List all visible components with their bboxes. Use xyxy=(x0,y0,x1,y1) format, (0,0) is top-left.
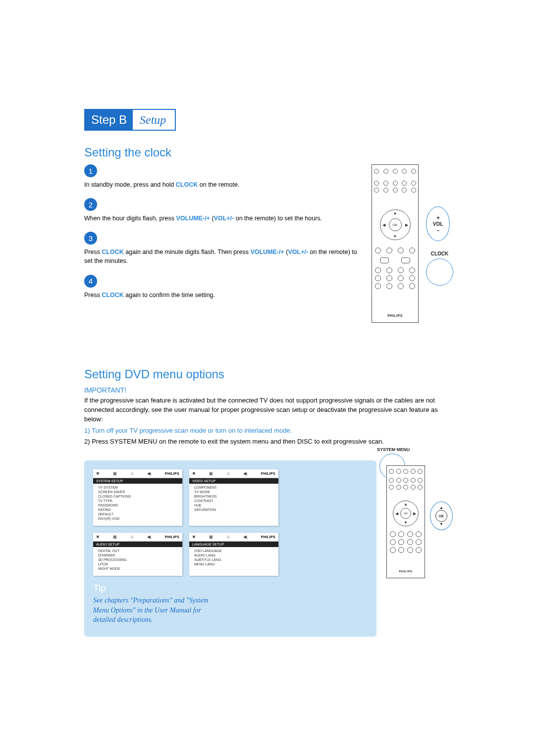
step-turn-off-tv: 1) Turn off your TV progressive scan mod… xyxy=(84,426,451,436)
menu-card-language: ✖▦♫◀) PHILIPS LANGUAGE SETUP OSD LANGUAG… xyxy=(189,533,278,576)
list-item: LPCM xyxy=(93,562,182,566)
ok-button: OK xyxy=(389,218,402,231)
ok-button-label: OK xyxy=(435,510,447,522)
important-paragraph: If the progressive scan feature is activ… xyxy=(84,396,451,424)
step-text: When the hour digits flash, press VOLUME… xyxy=(84,214,362,223)
step-text: In standby mode, press and hold CLOCK on… xyxy=(84,180,362,189)
menu-card-title: SYSTEM SETUP xyxy=(93,478,182,484)
remote-control-illustration-small: ▲▼ ◀▶ OK PHILIPS xyxy=(386,465,425,578)
step-number: 1 xyxy=(84,164,97,177)
step-number: 4 xyxy=(84,275,97,288)
list-item: OSD LANGUAGE xyxy=(189,549,278,553)
ok-callout: ▲ OK ▼ xyxy=(430,502,453,530)
menu-list: OSD LANGUAGE AUDIO LANG SUBTITLE LANG ME… xyxy=(189,547,278,571)
menu-panel-col: ✖ ▦ ♫ ◀) PHILIPS SYSTEM SETUP TV SYSTEM … xyxy=(84,460,376,637)
list-item: CONTRAST xyxy=(189,499,278,503)
clock-callout: CLOCK xyxy=(426,258,453,286)
menu-card-title: VIDEO SETUP xyxy=(189,478,278,484)
gear-icon: ✖ xyxy=(96,471,100,476)
step-4: 4 Press CLOCK again to confirm the time … xyxy=(84,275,362,300)
menu-tabs: ✖▦♫◀) PHILIPS xyxy=(189,469,278,478)
sound-icon: ◀) xyxy=(147,471,152,476)
list-item: TV SYSTEM xyxy=(93,485,182,490)
list-item: SCREEN SAVER xyxy=(93,490,182,494)
blue-menu-panel: ✖ ▦ ♫ ◀) PHILIPS SYSTEM SETUP TV SYSTEM … xyxy=(84,460,376,637)
list-item: DEFAULT xyxy=(93,512,182,516)
step-text: Press CLOCK again to confirm the time se… xyxy=(84,291,362,300)
menu-card-audio: ✖▦♫◀) PHILIPS AUDIO SETUP DIGITAL OUT DO… xyxy=(93,533,182,576)
menu-card-video: ✖▦♫◀) PHILIPS VIDEO SETUP COMPONENT TV M… xyxy=(189,469,278,526)
step-banner: Step B Setup xyxy=(84,109,176,131)
remote-top-row xyxy=(374,169,416,179)
step-text: Press CLOCK again and the minute digits … xyxy=(84,248,362,265)
list-item: DOWNMIX xyxy=(93,553,182,557)
clock-cols: 1 In standby mode, press and hold CLOCK … xyxy=(84,164,451,323)
list-item: RATING xyxy=(93,507,182,512)
menu-tabs: ✖ ▦ ♫ ◀) PHILIPS xyxy=(93,469,182,478)
remote-source-rows xyxy=(374,181,416,205)
list-item: COMPONENT xyxy=(189,485,278,490)
important-label: IMPORTANT! xyxy=(84,386,451,394)
navigation-pad: ▲▼ ◀▶ OK xyxy=(380,209,411,240)
menu-card-title: AUDIO SETUP xyxy=(93,542,182,547)
remote-mid-buttons xyxy=(374,247,416,286)
dvd-cols: ✖ ▦ ♫ ◀) PHILIPS SYSTEM SETUP TV SYSTEM … xyxy=(84,460,451,637)
menu-card-system: ✖ ▦ ♫ ◀) PHILIPS SYSTEM SETUP TV SYSTEM … xyxy=(93,469,182,526)
step-3: 3 Press CLOCK again and the minute digit… xyxy=(84,232,362,265)
grid-icon: ▦ xyxy=(113,471,117,476)
list-item: MENU LANG xyxy=(189,562,278,566)
ok-button: OK xyxy=(400,508,411,519)
remote-mid-buttons xyxy=(389,530,423,560)
remote-diagram-clock: ▲▼ ◀▶ OK xyxy=(372,164,451,323)
list-item: DIGITAL OUT xyxy=(93,549,182,553)
step-number: 3 xyxy=(84,232,97,245)
list-item: AUDIO LANG xyxy=(189,553,278,557)
step-number: 2 xyxy=(84,198,97,211)
list-item: TV TYPE xyxy=(93,499,182,503)
menu-list: COMPONENT TV MODE BRIGHTNESS CONTRAST HU… xyxy=(189,484,278,517)
step-2: 2 When the hour digits flash, press VOLU… xyxy=(84,198,362,223)
tip-block: Tip See chapters "Preparations" and "Sys… xyxy=(93,583,212,625)
manual-page: Step B Setup Setting the clock 1 In stan… xyxy=(0,0,535,756)
list-item: DIVX(R) VOD xyxy=(93,516,182,521)
step-label: Step B xyxy=(85,110,133,130)
menu-list: DIGITAL OUT DOWNMIX 3D PROCESSING LPCM N… xyxy=(93,547,182,576)
list-item: BRIGHTNESS xyxy=(189,494,278,499)
note-icon: ♫ xyxy=(131,471,134,476)
menu-tabs: ✖▦♫◀) PHILIPS xyxy=(189,533,278,542)
menu-tabs: ✖▦♫◀) PHILIPS xyxy=(93,533,182,542)
remote-brand: PHILIPS xyxy=(372,310,418,318)
menu-card-title: LANGUAGE SETUP xyxy=(189,542,278,547)
list-item: 3D PROCESSING xyxy=(93,557,182,562)
navigation-pad: ▲▼ ◀▶ OK xyxy=(393,501,419,526)
remote-brand: PHILIPS xyxy=(387,566,425,574)
tip-title: Tip xyxy=(93,583,212,594)
list-item: SUBTITLE LANG xyxy=(189,557,278,562)
tip-body: See chapters "Preparations" and "System … xyxy=(93,596,212,625)
list-item: PASSWORD xyxy=(93,503,182,507)
vol-callout: ＋ VOL － xyxy=(426,206,450,241)
remote-diagram-dvd: SYSTEM MENU ▲▼ ◀▶ OK xyxy=(386,460,451,637)
section-title-clock: Setting the clock xyxy=(84,146,451,159)
remote-control-illustration: ▲▼ ◀▶ OK xyxy=(372,164,419,323)
list-item: NIGHT MODE xyxy=(93,566,182,571)
steps-column: 1 In standby mode, press and hold CLOCK … xyxy=(84,164,362,323)
menu-list: TV SYSTEM SCREEN SAVER CLOSED CAPTIONS T… xyxy=(93,484,182,526)
remote-top-row xyxy=(389,469,423,479)
remote-source-rows xyxy=(389,478,423,495)
list-item: HUE xyxy=(189,503,278,507)
list-item: CLOSED CAPTIONS xyxy=(93,494,182,499)
step-press-system-menu: 2) Press SYSTEM MENU on the remote to ex… xyxy=(84,437,451,447)
setup-label: Setup xyxy=(133,110,173,130)
list-item: TV MODE xyxy=(189,490,278,494)
list-item: SATURATION xyxy=(189,507,278,512)
step-1: 1 In standby mode, press and hold CLOCK … xyxy=(84,164,362,189)
section-title-dvd: Setting DVD menu options xyxy=(84,367,451,381)
